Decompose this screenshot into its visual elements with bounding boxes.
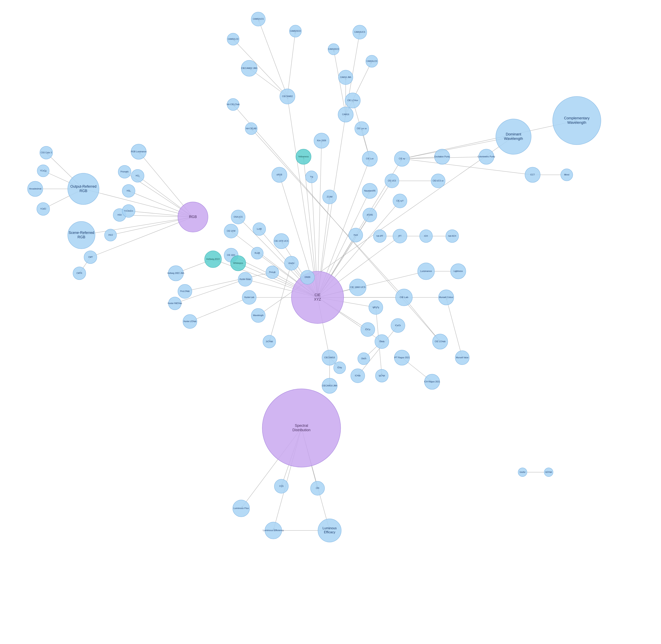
node-zcam[interactable]: ZCAM [323, 190, 337, 204]
node-ciecam02-jmh[interactable]: CIECAM02 JMh [241, 60, 257, 76]
node-cam02lcd[interactable]: CAM02LCD [227, 33, 239, 45]
node-ipt-ragoo-2021[interactable]: IPT Ragoo 2021 [394, 350, 410, 365]
node-nayatani95[interactable]: Nayatani/95 [362, 183, 378, 199]
node-ycbcr[interactable]: YCbCr [37, 203, 50, 215]
node-hexadecimal[interactable]: Hexadecimal [27, 181, 43, 197]
node-jzazbz[interactable]: Jzazbz [284, 256, 298, 270]
node-label: Luminous Efficiency [263, 529, 284, 531]
node-kim-2009[interactable]: Kim 2009 [314, 133, 329, 148]
node-label: CIE Luv uv [357, 128, 367, 130]
node-ich-ragoo-2021[interactable]: ICH Ragoo 2021 [424, 374, 440, 389]
node-label: Hunt [354, 234, 358, 236]
node-cmy[interactable]: CMY [84, 251, 97, 263]
node-mired[interactable]: Mired [561, 169, 573, 181]
node-css-color-3[interactable]: CSS Color 3 [40, 146, 53, 159]
node-hunter-lab[interactable]: Hunter Lab [242, 290, 256, 304]
node-ciecam16-jmh[interactable]: CIECAM16 JMh [322, 378, 337, 393]
node-cie-ucs-uv[interactable]: CIE UCS uv [431, 174, 445, 188]
node-hunter-rdab[interactable]: Hunter Rdab [238, 272, 252, 286]
node-cam16scd[interactable]: CAM16SCD [328, 44, 339, 55]
node-hdr-nch[interactable]: hdr-NCH [446, 230, 459, 243]
node-ich[interactable]: ICH [419, 230, 433, 243]
node-whiteness[interactable]: Whiteness [230, 256, 246, 271]
node-spectral-distribution[interactable]: SpectralDistribution [262, 389, 341, 467]
node-cie-xyy[interactable]: CIE xyY [393, 194, 407, 208]
node-luminous-efficacy[interactable]: LuminousEfficacy [318, 519, 341, 542]
node-hsl[interactable]: HSL [122, 184, 135, 197]
node-icacb[interactable]: ICaCb [391, 319, 405, 332]
node-cam02ucs[interactable]: CAM02UCS [251, 12, 265, 26]
node-output-referred-rgb[interactable]: Output-ReferredRGB [68, 173, 99, 205]
node-complementary-wavelength[interactable]: ComplementaryWavelength [553, 96, 601, 145]
node-ciecam16[interactable]: CIECAM16 [322, 350, 337, 365]
node-ycbcrc[interactable]: YcCbcCrc [122, 205, 135, 217]
node-oklab2[interactable]: Okich [358, 353, 370, 365]
node-yellowness[interactable]: Yellowness [296, 149, 311, 164]
node-cri[interactable]: CRI [311, 481, 324, 495]
node-cmyk[interactable]: CMYK [73, 267, 86, 280]
node-cie-xy[interactable]: CIE xy [394, 151, 410, 166]
node-prismatic[interactable]: Prismatic [118, 165, 131, 178]
node-ichp[interactable]: ICHp [334, 362, 346, 374]
node-cam16[interactable]: CAM16 [338, 107, 353, 122]
node-ciecam02[interactable]: CIECAM02 [280, 89, 295, 104]
node-yrg[interactable]: Yrg [305, 171, 318, 183]
node-cam16-jmh[interactable]: CAM16 JMh [338, 70, 353, 85]
node-ycocg[interactable]: YCoCg [37, 165, 49, 177]
node-cie-luv[interactable]: CIE Luv [362, 151, 378, 166]
node-llab[interactable]: LLAB [253, 223, 266, 235]
node-scene-referred-rgb[interactable]: Scene-ReferredRGB [68, 222, 95, 249]
node-rgb[interactable]: RGB [178, 202, 208, 232]
node-ipt[interactable]: IPT [393, 229, 407, 243]
node-hdr-ipt[interactable]: hdr-IPT [373, 230, 386, 243]
node-hunt[interactable]: Hunt [349, 228, 363, 242]
node-cam02scd[interactable]: CAM02SCD [290, 25, 301, 37]
node-label: ICHp [337, 367, 342, 369]
node-ictcp[interactable]: ICtCp [361, 322, 375, 337]
node-srgb[interactable]: sRGB [272, 167, 287, 182]
node-cie-luv-uv[interactable]: CIE Luv uv [355, 121, 369, 136]
node-rgb-luminance[interactable]: RGB Luminance [131, 144, 146, 159]
node-prolab[interactable]: ProLab [266, 266, 279, 279]
node-ichab[interactable]: ICHab [351, 369, 365, 383]
node-hdr-cielab[interactable]: hdr-CIELAB [245, 122, 257, 135]
node-munsell-colour[interactable]: Munsell Colour [438, 290, 454, 305]
node-cie-lchab[interactable]: CIE LCHab [433, 334, 448, 349]
node-dominant-wavelength[interactable]: DominantWavelength [496, 119, 531, 154]
node-igpgtg[interactable]: IgPgTg [369, 300, 383, 315]
node-cie-lab[interactable]: CIE Lab [395, 289, 412, 306]
node-excitation-purity[interactable]: Excitation Purity [434, 149, 450, 164]
node-cct[interactable]: CCT [525, 167, 540, 182]
node-din99[interactable]: DIN99 [300, 270, 315, 284]
node-luminance[interactable]: Luminance [418, 263, 434, 280]
node-izazbzb[interactable]: Izazbz [518, 468, 527, 477]
node-cam16lcd[interactable]: CAM16LCD [366, 55, 378, 67]
node-izchab2[interactable]: IzCHab [544, 468, 553, 477]
node-jzchab[interactable]: JzCHab [263, 335, 276, 348]
node-cie-ucs[interactable]: CIE UCS [385, 174, 399, 188]
node-cqs[interactable]: CQS [274, 479, 289, 493]
node-label: Munsell Colour [439, 296, 453, 298]
node-hellwig-2022[interactable]: Hellwig 2022 [205, 251, 222, 268]
node-hunter-lchab[interactable]: Hunter LCHab [183, 315, 197, 328]
node-lightness[interactable]: Lightness [451, 263, 466, 279]
node-luminous-flux[interactable]: Luminous Flux [233, 500, 250, 517]
node-prolchab[interactable]: ProLCHab [178, 284, 192, 298]
node-hcl[interactable]: HCL [131, 169, 144, 182]
node-cie-xyz[interactable]: CIEXYZ [291, 271, 344, 323]
node-igchpt[interactable]: IgCHpt [375, 369, 388, 382]
node-atd95[interactable]: ATD95 [363, 208, 377, 222]
node-label: hdr-CIELChab [227, 103, 240, 106]
node-osa-ucs[interactable]: OSA UCS [231, 210, 245, 224]
node-cie-lchuv[interactable]: CIE LCHuv [345, 93, 360, 108]
node-cam16ucs[interactable]: CAM16UCS [353, 25, 367, 39]
node-rlab[interactable]: RLAB [251, 247, 263, 259]
node-munsell-value[interactable]: Munsell Value [455, 351, 469, 365]
node-cie-1976-ucs[interactable]: CIE 1976 UCS [274, 233, 289, 249]
node-ihl5[interactable]: IHL5 [105, 229, 117, 241]
node-label: CIE UCS [388, 180, 396, 182]
node-wavelength[interactable]: Wavelength [251, 308, 265, 322]
node-cie-1960-ucs[interactable]: CIE 1960 UCS [349, 279, 366, 296]
node-cie-uvw[interactable]: CIE UVW [224, 224, 238, 238]
node-oklab[interactable]: Oklab [375, 335, 389, 349]
